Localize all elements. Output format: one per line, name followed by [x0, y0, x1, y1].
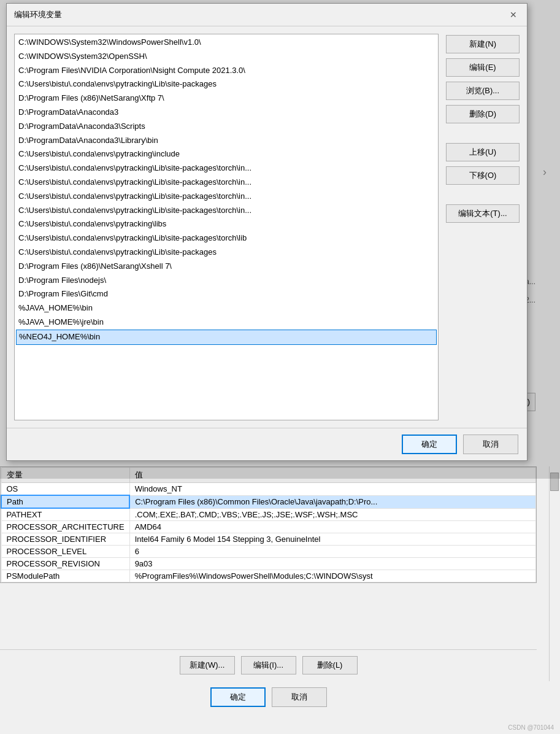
path-list-item[interactable]: C:\Users\bistu\.conda\envs\pytracking\li… — [16, 217, 437, 231]
var-name-cell: PATHEXT — [1, 508, 129, 521]
var-name-cell: PROCESSOR_LEVEL — [1, 546, 129, 558]
move-down-button[interactable]: 下移(O) — [446, 166, 520, 185]
watermark: CSDN @701044 — [508, 724, 554, 731]
var-value-cell: 6 — [129, 546, 535, 558]
modal-titlebar: 编辑环境变量 ✕ — [7, 4, 527, 26]
system-env-panel: 变量 值 OSWindows_NTPathC:\Program Files (x… — [0, 466, 537, 583]
path-list-item[interactable]: D:\ProgramData\Anaconda3\Library\bin — [16, 134, 437, 148]
path-list-item[interactable]: D:\Program Files\nodejs\ — [16, 274, 437, 288]
edit-var-button[interactable]: 编辑(I)... — [241, 656, 296, 674]
path-list-item[interactable]: C:\Users\bistu\.conda\envs\pytracking\Li… — [16, 77, 437, 91]
bottom-cancel-button[interactable]: 取消 — [272, 687, 327, 707]
bottom-ok-button[interactable]: 确定 — [210, 687, 266, 707]
modal-footer: 确定 取消 — [7, 428, 527, 460]
modal-body: C:\WINDOWS\System32\WindowsPowerShell\v1… — [7, 26, 527, 428]
edit-path-button[interactable]: 编辑(E) — [446, 58, 520, 77]
var-name-cell: PSModulePath — [1, 570, 129, 582]
path-list-item[interactable]: %JAVA_HOME%\jre\bin — [16, 315, 437, 330]
table-row[interactable]: PSModulePath%ProgramFiles%\WindowsPowerS… — [1, 570, 536, 582]
var-value-cell: AMD64 — [129, 521, 535, 533]
var-value-cell: %ProgramFiles%\WindowsPowerShell\Modules… — [129, 570, 535, 582]
bottom-ok-cancel-row: 确定 取消 — [0, 681, 537, 713]
var-name-cell: Path — [1, 495, 129, 508]
path-list-item[interactable]: D:\Program Files (x86)\NetSarang\Xftp 7\ — [16, 91, 437, 106]
table-row[interactable]: PROCESSOR_LEVEL6 — [1, 546, 536, 558]
path-list-item[interactable]: %JAVA_HOME%\bin — [16, 301, 437, 315]
var-value-cell: .COM;.EXE;.BAT;.CMD;.VBS;.VBE;.JS;.JSE;.… — [129, 508, 535, 521]
var-name-cell: OS — [1, 483, 129, 496]
modal-close-button[interactable]: ✕ — [507, 9, 520, 21]
delete-var-button[interactable]: 删除(L) — [302, 656, 358, 674]
browse-path-button[interactable]: 浏览(B)... — [446, 82, 520, 100]
scrollbar-track[interactable] — [549, 466, 560, 681]
table-row[interactable]: PROCESSOR_ARCHITECTUREAMD64 — [1, 521, 536, 533]
table-row[interactable]: PathC:\Program Files (x86)\Common Files\… — [1, 495, 536, 508]
var-value-cell: Windows_NT — [129, 483, 535, 496]
table-row[interactable]: OSWindows_NT — [1, 483, 536, 496]
delete-path-button[interactable]: 删除(D) — [446, 105, 520, 123]
modal-title: 编辑环境变量 — [14, 9, 62, 20]
var-value-cell: C:\Program Files (x86)\Common Files\Orac… — [129, 495, 535, 508]
path-list-item[interactable]: D:\ProgramData\Anaconda3\Scripts — [16, 120, 437, 134]
var-name-cell: PROCESSOR_ARCHITECTURE — [1, 521, 129, 533]
path-list-item[interactable]: C:\WINDOWS\System32\WindowsPowerShell\v1… — [16, 36, 437, 50]
new-var-button[interactable]: 新建(W)... — [180, 656, 235, 674]
table-row[interactable]: PROCESSOR_IDENTIFIERIntel64 Family 6 Mod… — [1, 533, 536, 546]
path-list-item[interactable]: C:\Program Files\NVIDIA Corporation\Nsig… — [16, 64, 437, 78]
path-list-item[interactable]: C:\Users\bistu\.conda\envs\pytracking\Li… — [16, 231, 437, 245]
edit-text-button[interactable]: 编辑文本(T)... — [446, 204, 520, 223]
path-listbox[interactable]: C:\WINDOWS\System32\WindowsPowerShell\v1… — [14, 34, 439, 420]
var-value-cell: 9a03 — [129, 558, 535, 570]
var-name-cell: PROCESSOR_IDENTIFIER — [1, 533, 129, 546]
path-list-item[interactable]: C:\Users\bistu\.conda\envs\pytracking\Li… — [16, 204, 437, 218]
move-up-button[interactable]: 上移(U) — [446, 143, 520, 161]
path-list-item[interactable]: D:\ProgramData\Anaconda3 — [16, 106, 437, 120]
bottom-action-buttons: 新建(W)... 编辑(I)... 删除(L) — [0, 649, 537, 681]
path-list-item[interactable]: %NEO4J_HOME%\bin — [16, 330, 437, 345]
modal-cancel-button[interactable]: 取消 — [463, 435, 518, 454]
path-list-item[interactable]: D:\Program Files\Git\cmd — [16, 287, 437, 301]
path-list-item[interactable]: C:\Users\bistu\.conda\envs\pytracking\Li… — [16, 176, 437, 190]
path-list-item[interactable]: C:\Users\bistu\.conda\envs\pytracking\Li… — [16, 190, 437, 204]
table-row[interactable]: PATHEXT.COM;.EXE;.BAT;.CMD;.VBS;.VBE;.JS… — [1, 508, 536, 521]
path-list-item[interactable]: C:\Users\bistu\.conda\envs\pytracking\in… — [16, 147, 437, 161]
env-var-table: 变量 值 OSWindows_NTPathC:\Program Files (x… — [1, 467, 536, 582]
path-list-item[interactable]: C:\WINDOWS\System32\OpenSSH\ — [16, 50, 437, 64]
modal-ok-button[interactable]: 确定 — [402, 435, 457, 454]
new-path-button[interactable]: 新建(N) — [446, 35, 520, 53]
var-name-cell: PROCESSOR_REVISION — [1, 558, 129, 570]
modal-action-buttons: 新建(N) 编辑(E) 浏览(B)... 删除(D) 上移(U) 下移(O) 编… — [446, 34, 520, 420]
var-value-cell: Intel64 Family 6 Model 154 Stepping 3, G… — [129, 533, 535, 546]
path-list-item[interactable]: C:\Users\bistu\.conda\envs\pytracking\Li… — [16, 161, 437, 176]
path-list-item[interactable]: C:\Users\bistu\.conda\envs\pytracking\Li… — [16, 245, 437, 260]
table-row[interactable]: PROCESSOR_REVISION9a03 — [1, 558, 536, 570]
edit-env-modal: 编辑环境变量 ✕ C:\WINDOWS\System32\WindowsPowe… — [6, 3, 527, 461]
path-list-item[interactable]: D:\Program Files (x86)\NetSarang\Xshell … — [16, 260, 437, 274]
